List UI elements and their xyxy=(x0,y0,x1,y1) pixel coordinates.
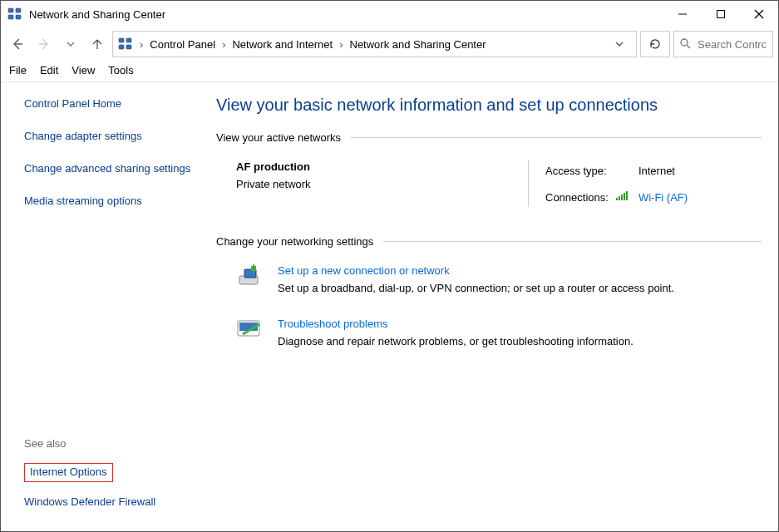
change-settings-header: Change your networking settings xyxy=(216,235,762,248)
breadcrumb-item[interactable]: Network and Sharing Center xyxy=(350,38,486,51)
divider xyxy=(383,241,762,242)
minimize-button[interactable] xyxy=(663,1,702,27)
search-box[interactable] xyxy=(673,31,773,57)
page-heading: View your basic network information and … xyxy=(216,96,762,115)
breadcrumb-item[interactable]: Network and Internet xyxy=(232,38,333,51)
recent-locations-button[interactable] xyxy=(59,32,82,56)
setup-connection-icon xyxy=(236,264,266,289)
search-input[interactable] xyxy=(696,37,767,52)
menu-bar: File Edit View Tools xyxy=(1,61,778,82)
see-also-header: See also xyxy=(24,437,198,450)
sidebar: Control Panel Home Change adapter settin… xyxy=(1,82,213,531)
svg-point-14 xyxy=(681,39,688,46)
breadcrumb-dropdown[interactable] xyxy=(608,40,631,48)
close-button[interactable] xyxy=(740,1,778,27)
maximize-button[interactable] xyxy=(702,1,740,27)
media-streaming-options-link[interactable]: Media streaming options xyxy=(24,195,198,209)
titlebar: Network and Sharing Center xyxy=(1,1,778,27)
windows-defender-firewall-link[interactable]: Windows Defender Firewall xyxy=(24,495,198,510)
network-type: Private network xyxy=(236,178,511,190)
main-content: View your basic network information and … xyxy=(213,82,778,531)
connections-label: Connections: xyxy=(545,191,609,204)
svg-rect-17 xyxy=(619,196,620,200)
forward-button[interactable] xyxy=(32,32,56,56)
wifi-connection-link[interactable]: Wi-Fi (AF) xyxy=(638,191,762,204)
svg-rect-10 xyxy=(119,38,124,42)
troubleshoot-link[interactable]: Troubleshoot problems xyxy=(278,318,634,330)
network-info: AF production Private network xyxy=(236,160,511,207)
setup-connection-item: Set up a new connection or network Set u… xyxy=(236,264,762,294)
svg-rect-12 xyxy=(119,45,124,49)
settings-list: Set up a new connection or network Set u… xyxy=(216,264,762,347)
svg-rect-3 xyxy=(16,15,21,19)
nav-row: › Control Panel › Network and Internet ›… xyxy=(1,27,778,61)
window-controls xyxy=(663,1,778,27)
svg-rect-19 xyxy=(624,193,625,200)
search-icon xyxy=(679,37,691,52)
svg-rect-13 xyxy=(126,45,131,49)
svg-rect-20 xyxy=(626,191,628,200)
change-advanced-sharing-link[interactable]: Change advanced sharing settings xyxy=(24,162,198,176)
menu-view[interactable]: View xyxy=(71,64,95,76)
network-details: Access type: Internet Connections: Wi-Fi… xyxy=(545,160,762,207)
svg-rect-2 xyxy=(8,15,13,19)
internet-options-link[interactable]: Internet Options xyxy=(30,466,107,480)
control-panel-home-link[interactable]: Control Panel Home xyxy=(24,97,198,111)
troubleshoot-desc: Diagnose and repair network problems, or… xyxy=(278,335,634,347)
section-label: View your active networks xyxy=(216,131,341,144)
troubleshoot-icon xyxy=(236,318,266,342)
breadcrumb-icon xyxy=(118,37,133,52)
refresh-button[interactable] xyxy=(640,31,670,57)
divider xyxy=(351,137,762,138)
svg-rect-11 xyxy=(126,38,131,42)
svg-rect-5 xyxy=(717,11,725,18)
highlighted-box: Internet Options xyxy=(24,463,113,482)
menu-tools[interactable]: Tools xyxy=(108,64,133,76)
app-icon xyxy=(7,7,22,22)
network-name: AF production xyxy=(236,160,511,173)
svg-rect-0 xyxy=(8,8,13,12)
window-title: Network and Sharing Center xyxy=(29,8,165,21)
troubleshoot-item: Troubleshoot problems Diagnose and repai… xyxy=(236,318,762,347)
chevron-right-icon[interactable]: › xyxy=(219,38,229,51)
breadcrumb-item[interactable]: Control Panel xyxy=(150,38,215,51)
svg-rect-16 xyxy=(616,198,618,200)
active-networks-header: View your active networks xyxy=(216,131,762,144)
setup-connection-desc: Set up a broadband, dial-up, or VPN conn… xyxy=(278,282,674,294)
body: Control Panel Home Change adapter settin… xyxy=(1,82,778,531)
setup-connection-link[interactable]: Set up a new connection or network xyxy=(278,264,674,277)
menu-file[interactable]: File xyxy=(9,64,27,76)
divider xyxy=(528,160,529,207)
back-button[interactable] xyxy=(6,32,29,56)
menu-edit[interactable]: Edit xyxy=(40,64,58,76)
svg-rect-24 xyxy=(253,264,254,273)
wifi-signal-icon xyxy=(615,191,629,204)
svg-line-15 xyxy=(687,45,690,48)
active-network-row: AF production Private network Access typ… xyxy=(216,160,762,207)
up-button[interactable] xyxy=(86,32,109,56)
change-adapter-settings-link[interactable]: Change adapter settings xyxy=(24,130,198,144)
svg-rect-1 xyxy=(16,8,21,12)
chevron-right-icon[interactable]: › xyxy=(136,38,146,51)
section-label: Change your networking settings xyxy=(216,235,373,248)
access-type-label: Access type: xyxy=(545,165,609,177)
chevron-right-icon[interactable]: › xyxy=(336,38,346,51)
breadcrumb[interactable]: › Control Panel › Network and Internet ›… xyxy=(112,31,637,57)
svg-rect-18 xyxy=(621,195,623,200)
access-type-value: Internet xyxy=(638,165,762,177)
